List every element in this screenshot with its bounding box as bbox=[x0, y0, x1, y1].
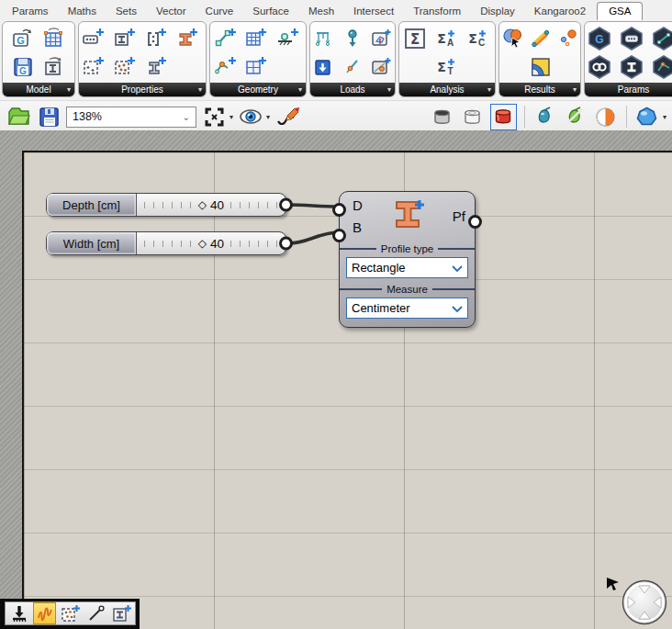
create-face-load-icon[interactable] bbox=[311, 54, 337, 80]
create-combination-case-icon[interactable]: ΣC bbox=[465, 26, 490, 51]
measure-dropdown[interactable]: Centimeter bbox=[346, 298, 468, 319]
slider-width-track[interactable]: ◇ 40 bbox=[137, 232, 286, 254]
create-analysis-task-icon[interactable]: ΣA bbox=[433, 26, 459, 51]
output-pf-label[interactable]: Pf bbox=[453, 208, 465, 224]
panel-label-analysis[interactable]: Analysis▾ bbox=[399, 83, 495, 96]
tab-mesh[interactable]: Mesh bbox=[300, 3, 342, 19]
slider-grip-icon[interactable]: ◇ bbox=[198, 237, 207, 250]
slider-depth-track[interactable]: ◇ 40 bbox=[137, 194, 286, 216]
input-b-nub[interactable] bbox=[332, 229, 346, 242]
create-grid-line-load-icon[interactable] bbox=[340, 54, 365, 80]
tab-surface[interactable]: Surface bbox=[244, 3, 297, 19]
svg-text:Σ: Σ bbox=[437, 31, 446, 46]
tab-maths[interactable]: Maths bbox=[60, 3, 105, 19]
member1d-param-icon[interactable] bbox=[651, 54, 672, 80]
chevron-down-icon[interactable]: ▾ bbox=[663, 113, 666, 121]
input-d-nub[interactable] bbox=[332, 203, 346, 217]
tab-sets[interactable]: Sets bbox=[107, 3, 145, 19]
create-node-property-icon[interactable] bbox=[144, 26, 170, 51]
open-document-icon[interactable] bbox=[6, 104, 31, 129]
slider-width[interactable]: Width [cm] ◇ 40 bbox=[46, 231, 286, 255]
display-material-icon[interactable] bbox=[634, 104, 660, 129]
create-element2d-icon[interactable] bbox=[244, 26, 270, 51]
panel-label-loads[interactable]: Loads▾ bbox=[310, 83, 395, 96]
create-grid-point-load-icon[interactable] bbox=[368, 26, 394, 51]
panel-properties: Properties▾ bbox=[78, 21, 207, 97]
create-grid-plane-icon[interactable] bbox=[368, 54, 394, 80]
profile-type-dropdown[interactable]: Rectangle bbox=[346, 257, 468, 278]
section-from-model-icon[interactable] bbox=[40, 54, 66, 80]
slider-width-label[interactable]: Width [cm] bbox=[47, 232, 137, 254]
tab-transform[interactable]: Transform bbox=[405, 3, 469, 19]
create-member1d-icon[interactable] bbox=[213, 54, 239, 80]
panel-label-geometry[interactable]: Geometry▾ bbox=[210, 83, 306, 96]
open-gsa-model-icon[interactable]: G bbox=[10, 26, 36, 51]
create-bool6-icon[interactable] bbox=[82, 26, 107, 51]
gsa-model-param-icon[interactable]: G bbox=[587, 26, 612, 51]
section-param-icon[interactable] bbox=[619, 54, 644, 80]
slider-width-output-nub[interactable] bbox=[279, 237, 293, 251]
create-points-button[interactable] bbox=[59, 602, 82, 624]
slider-depth[interactable]: Depth [cm] ◇ 40 bbox=[46, 193, 286, 217]
create-2d-property-icon[interactable] bbox=[82, 54, 107, 80]
create-section-modifier-icon[interactable] bbox=[144, 54, 170, 80]
sketch-tool-icon[interactable] bbox=[274, 104, 300, 129]
canvas-navigation-ball[interactable] bbox=[622, 579, 667, 625]
create-section-button[interactable] bbox=[110, 602, 133, 624]
create-section-icon[interactable] bbox=[113, 26, 139, 51]
tab-intersect[interactable]: Intersect bbox=[345, 3, 402, 19]
chevron-down-icon[interactable]: ▾ bbox=[230, 113, 233, 121]
slider-depth-label[interactable]: Depth [cm] bbox=[47, 194, 137, 216]
tab-params[interactable]: Params bbox=[4, 3, 57, 19]
preview-sphere-icon[interactable] bbox=[593, 104, 619, 129]
create-support-icon[interactable] bbox=[275, 26, 301, 51]
preview-blue-pot-icon[interactable] bbox=[532, 104, 558, 129]
zoom-extents-icon[interactable] bbox=[201, 104, 227, 129]
create-line-button[interactable] bbox=[84, 602, 107, 624]
save-gsa-model-icon[interactable]: G bbox=[10, 54, 36, 80]
grid-model-icon[interactable] bbox=[40, 26, 66, 51]
create-node-load-icon[interactable] bbox=[340, 26, 365, 51]
result-diagram-icon[interactable] bbox=[528, 54, 554, 80]
select-result-icon[interactable] bbox=[500, 26, 526, 51]
tab-kangaroo2[interactable]: Kangaroo2 bbox=[526, 3, 594, 19]
create-material-icon[interactable] bbox=[113, 54, 139, 80]
preview-green-pot-icon[interactable] bbox=[563, 104, 588, 129]
create-profile-component[interactable]: D B Pf Profile type Rectangle Measure Ce… bbox=[339, 191, 476, 328]
node-result-icon[interactable] bbox=[555, 26, 581, 51]
slider-depth-output-nub[interactable] bbox=[279, 198, 293, 212]
zoom-combo[interactable]: 138% ⌄ bbox=[66, 107, 196, 128]
panel-label-properties[interactable]: Properties▾ bbox=[79, 83, 206, 96]
tab-display[interactable]: Display bbox=[472, 3, 523, 19]
tab-vector[interactable]: Vector bbox=[148, 3, 195, 19]
create-element1d-icon[interactable] bbox=[213, 26, 239, 51]
bool6-param-icon[interactable] bbox=[619, 26, 644, 51]
panel-label-results[interactable]: Results▾ bbox=[499, 83, 580, 96]
analyse-model-icon[interactable]: Σ bbox=[402, 26, 428, 51]
preview-wire-cylinder-icon[interactable] bbox=[460, 104, 486, 129]
preview-eye-icon[interactable] bbox=[238, 104, 263, 129]
tab-curve[interactable]: Curve bbox=[197, 3, 242, 19]
create-beam-load-icon[interactable] bbox=[311, 26, 337, 51]
beam-result-icon[interactable] bbox=[528, 26, 554, 51]
slider-grip-icon[interactable]: ◇ bbox=[198, 198, 207, 211]
scribble-button[interactable] bbox=[33, 602, 56, 624]
tab-gsa[interactable]: GSA bbox=[597, 2, 643, 20]
spring-param-icon[interactable] bbox=[587, 54, 612, 80]
input-b-label[interactable]: B bbox=[353, 219, 362, 235]
chevron-down-icon[interactable]: ⌄ bbox=[183, 112, 196, 122]
panel-label-params[interactable]: Params▾ bbox=[585, 83, 672, 96]
input-d-label[interactable]: D bbox=[353, 197, 363, 213]
canvas[interactable]: Depth [cm] ◇ 40 Width [cm] ◇ 40 bbox=[0, 130, 672, 629]
create-analysis-case-icon[interactable]: ΣT bbox=[433, 54, 459, 80]
preview-gray-cylinder-icon[interactable] bbox=[430, 104, 455, 129]
save-document-icon[interactable] bbox=[36, 104, 62, 129]
preview-red-cylinder-selected[interactable] bbox=[490, 104, 517, 130]
output-pf-nub[interactable] bbox=[468, 215, 482, 229]
panel-label-model[interactable]: Model▾ bbox=[3, 83, 74, 96]
create-profile-icon[interactable] bbox=[175, 26, 201, 51]
chevron-down-icon[interactable]: ▾ bbox=[266, 113, 270, 121]
element1d-param-icon[interactable] bbox=[651, 26, 672, 51]
create-member2d-icon[interactable] bbox=[244, 54, 270, 80]
gravity-button[interactable] bbox=[7, 602, 30, 624]
